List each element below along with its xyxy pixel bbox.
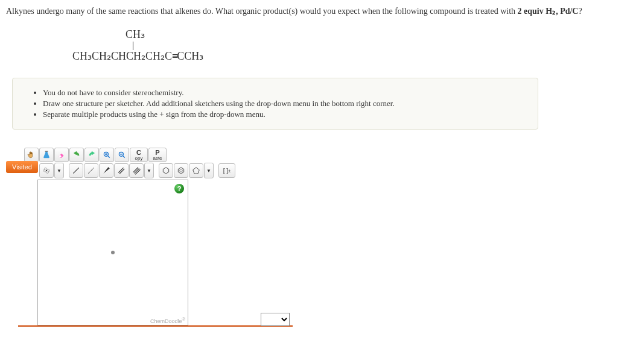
svg-point-3 <box>46 170 47 171</box>
dotted-bond-tool[interactable] <box>84 163 98 178</box>
wedge-bond-tool[interactable] <box>99 163 113 178</box>
zoom-out-tool[interactable] <box>115 148 129 162</box>
triple-bond: ≡ <box>172 50 177 62</box>
add-sketcher-dropdown[interactable] <box>261 313 290 326</box>
triple-bond-tool[interactable] <box>129 163 144 178</box>
atom-dropdown[interactable]: ▼ <box>54 163 64 178</box>
sketcher-underline <box>18 325 293 327</box>
ring-dropdown[interactable]: ▼ <box>204 163 214 178</box>
copy-tool[interactable]: C opy <box>130 148 148 162</box>
atom-tool[interactable] <box>39 163 54 178</box>
formula-substituent: CH₃ <box>126 28 627 42</box>
question-text: Alkynes undergo many of the same reactio… <box>6 6 627 16</box>
eraser-tool[interactable] <box>54 148 69 162</box>
question-prefix: Alkynes undergo many of the same reactio… <box>6 7 518 16</box>
help-icon[interactable]: ? <box>174 184 184 193</box>
benzene-tool[interactable] <box>174 163 188 178</box>
svg-marker-7 <box>178 168 183 174</box>
instructions-box: You do not have to consider stereochemis… <box>12 78 538 130</box>
formula-bond-line <box>133 42 627 50</box>
charge-tool[interactable]: [ ]± <box>218 163 235 178</box>
hand-tool[interactable] <box>24 148 39 162</box>
bond-dropdown[interactable]: ▼ <box>144 163 154 178</box>
svg-marker-9 <box>193 168 200 174</box>
chemdoodle-brand: ChemDoodle® <box>150 316 185 324</box>
sketcher-container: Visited C opy P aste <box>12 148 627 327</box>
double-bond-tool[interactable] <box>114 163 129 178</box>
toolbar-row-2: ▼ ▼ ▼ [ ]± <box>39 163 627 178</box>
svg-rect-0 <box>45 151 48 152</box>
pentagon-tool[interactable] <box>189 163 203 178</box>
chemical-formula: CH₃ CH₃CH₂CHCH₂CH₂C≡CCH₃ <box>72 28 627 63</box>
svg-marker-6 <box>163 168 168 174</box>
drawing-canvas[interactable]: ? ChemDoodle® <box>37 180 188 325</box>
flask-tool[interactable] <box>39 148 54 162</box>
remove-label[interactable]: remove <box>261 330 290 333</box>
zoom-in-tool[interactable] <box>100 148 114 162</box>
redo-tool[interactable] <box>84 148 99 162</box>
question-suffix: ? <box>578 7 582 16</box>
question-bold: 2 equiv H₂, Pd/C <box>518 7 579 16</box>
canvas-start-atom[interactable] <box>111 251 115 254</box>
undo-tool[interactable] <box>69 148 84 162</box>
visited-tag: Visited <box>6 161 38 173</box>
instruction-item: Draw one structure per sketcher. Add add… <box>43 99 526 108</box>
paste-tool[interactable]: P aste <box>148 148 167 162</box>
instruction-item: Separate multiple products using the + s… <box>43 110 526 119</box>
formula-main: CH₃CH₂CHCH₂CH₂C≡CCH₃ <box>72 50 627 63</box>
single-bond-tool[interactable] <box>69 163 83 178</box>
svg-point-8 <box>180 169 183 172</box>
add-sketcher-area: remove <box>261 313 290 333</box>
hexagon-tool[interactable] <box>159 163 173 178</box>
instruction-item: You do not have to consider stereochemis… <box>43 88 526 98</box>
toolbar-row-1: C opy P aste <box>24 148 627 162</box>
